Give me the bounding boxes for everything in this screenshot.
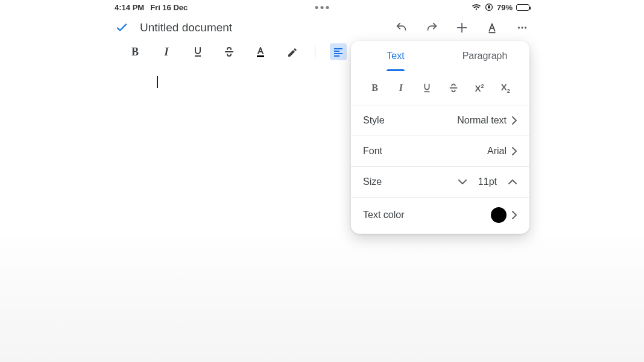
text-color-button[interactable] (252, 43, 269, 60)
svg-point-2 (518, 27, 520, 28)
text-format-button[interactable] (485, 20, 499, 35)
svg-rect-11 (334, 55, 339, 57)
text-caret (157, 76, 158, 88)
dot-icon (326, 6, 329, 9)
document-title[interactable]: Untitled document (140, 21, 232, 34)
tab-paragraph[interactable]: Paragraph (440, 41, 529, 71)
panel-tabs: Text Paragraph (351, 41, 529, 71)
done-checkmark-button[interactable] (115, 20, 129, 35)
more-menu-button[interactable] (515, 20, 529, 35)
tab-text[interactable]: Text (351, 41, 440, 71)
color-swatch-black (491, 207, 507, 223)
strikethrough-button[interactable] (221, 43, 238, 60)
redo-button[interactable] (425, 20, 439, 35)
align-left-button[interactable] (330, 43, 347, 60)
panel-underline-button[interactable] (418, 80, 435, 96)
svg-rect-16 (425, 91, 430, 92)
panel-font-label: Font (363, 146, 382, 157)
dot-icon (321, 6, 324, 9)
bottom-shade (0, 229, 644, 362)
panel-size-value[interactable]: 11pt (478, 176, 497, 187)
size-increase-button[interactable] (508, 179, 517, 185)
chevron-right-icon (511, 116, 517, 125)
svg-rect-8 (334, 48, 343, 49)
size-decrease-button[interactable] (458, 179, 467, 185)
dot-icon (315, 6, 318, 9)
chevron-right-icon (511, 210, 517, 220)
panel-size-row: Size 11pt (351, 167, 529, 198)
status-left: 4:14 PM Fri 16 Dec (115, 3, 188, 12)
highlight-button[interactable] (283, 43, 300, 60)
wifi-icon (472, 4, 481, 11)
status-date: Fri 16 Dec (150, 3, 188, 12)
orientation-lock-icon (485, 3, 493, 11)
toolbar-divider (315, 45, 315, 58)
document-canvas[interactable] (0, 64, 644, 88)
insert-button[interactable] (455, 20, 469, 35)
battery-icon (516, 4, 529, 11)
format-toolbar: B I (0, 40, 644, 64)
panel-subscript-button[interactable]: X2 (497, 80, 514, 96)
panel-superscript-button[interactable]: X2 (471, 80, 488, 96)
panel-strikethrough-button[interactable] (445, 80, 462, 96)
status-right: 79% (472, 3, 529, 12)
status-time: 4:14 PM (115, 3, 144, 12)
svg-point-3 (521, 27, 523, 28)
format-panel: Text Paragraph B I X2 X2 Style Normal te… (351, 41, 529, 234)
multitask-dots[interactable] (315, 6, 329, 9)
panel-style-row[interactable]: Style Normal text (351, 105, 529, 136)
panel-bold-button[interactable]: B (367, 80, 384, 96)
svg-point-4 (525, 27, 526, 28)
underline-button[interactable] (189, 43, 206, 60)
panel-font-value: Arial (487, 146, 507, 157)
italic-button[interactable]: I (158, 43, 175, 60)
panel-style-value: Normal text (457, 115, 507, 126)
svg-rect-9 (334, 51, 339, 52)
ipad-status-bar: 4:14 PM Fri 16 Dec 79% (0, 0, 644, 14)
panel-textcolor-row[interactable]: Text color (351, 198, 529, 232)
app-header: Untitled document (0, 14, 644, 40)
chevron-right-icon (511, 146, 517, 156)
panel-size-label: Size (363, 176, 382, 187)
svg-rect-6 (225, 51, 233, 52)
svg-rect-10 (334, 53, 343, 54)
panel-style-label: Style (363, 115, 385, 126)
panel-italic-button[interactable]: I (393, 80, 409, 96)
panel-format-icons: B I X2 X2 (351, 71, 529, 105)
undo-button[interactable] (394, 20, 409, 35)
battery-percent: 79% (497, 3, 513, 12)
svg-rect-7 (257, 55, 264, 57)
svg-rect-5 (195, 55, 201, 57)
panel-textcolor-label: Text color (363, 210, 404, 220)
bold-button[interactable]: B (127, 43, 144, 60)
svg-rect-1 (489, 32, 496, 33)
top-actions (394, 20, 529, 35)
panel-font-row[interactable]: Font Arial (351, 136, 529, 167)
svg-rect-17 (449, 87, 457, 89)
